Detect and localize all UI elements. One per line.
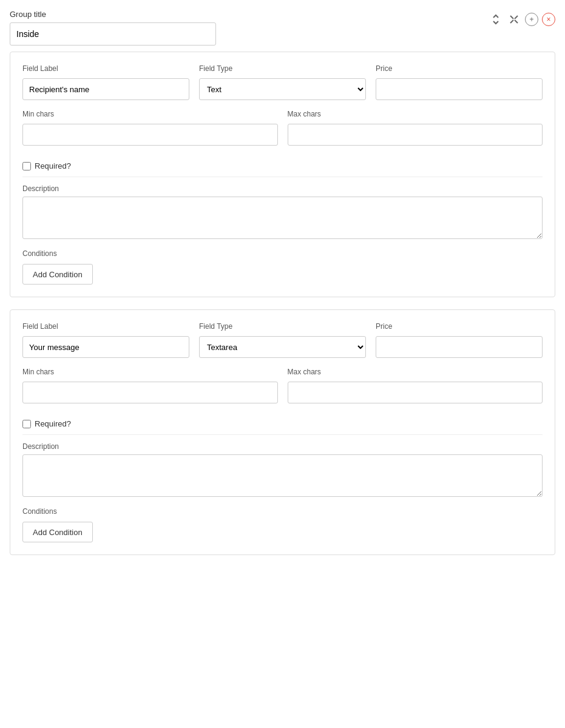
field-card-2: Field Label Field Type Text Textarea Sel…	[10, 309, 555, 555]
close-icon: ×	[546, 15, 550, 24]
collapse-icon	[509, 14, 519, 25]
field1-label-header: Field Label	[22, 64, 189, 73]
field2-min-input[interactable]	[22, 382, 278, 403]
group-title-label: Group title	[10, 10, 216, 19]
field2-top-row: Field Label Field Type Text Textarea Sel…	[22, 322, 543, 358]
field-card-1: Field Label Field Type Text Textarea Sel…	[10, 52, 555, 297]
add-group-button[interactable]: +	[525, 13, 538, 26]
field2-description-section: Description	[22, 442, 543, 499]
add-icon: +	[529, 15, 533, 24]
field1-price-input[interactable]	[376, 78, 543, 100]
svg-line-3	[515, 20, 518, 23]
field2-max-col: Max chars	[288, 368, 543, 403]
field2-required-label[interactable]: Required?	[35, 419, 71, 428]
field2-price-input[interactable]	[376, 336, 543, 358]
field1-max-col: Max chars	[288, 110, 543, 146]
field2-price-header: Price	[376, 322, 543, 331]
field2-max-input[interactable]	[288, 382, 543, 403]
sort-button[interactable]	[489, 12, 503, 27]
field2-label-input[interactable]	[22, 336, 189, 358]
field2-type-select[interactable]: Text Textarea Select Checkbox Radio Numb…	[199, 336, 366, 358]
field1-description-textarea[interactable]	[22, 197, 543, 239]
field2-conditions-label: Conditions	[22, 507, 543, 516]
delete-group-button[interactable]: ×	[542, 13, 555, 26]
field1-conditions-section: Conditions Add Condition	[22, 249, 543, 285]
field1-min-col: Min chars	[22, 110, 278, 146]
field1-type-header: Field Type	[199, 64, 366, 73]
field1-conditions-label: Conditions	[22, 249, 543, 258]
header-row: Group title + ×	[10, 10, 555, 46]
field2-required-row: Required?	[22, 413, 543, 435]
field2-required-checkbox[interactable]	[22, 420, 31, 428]
field2-type-col: Field Type Text Textarea Select Checkbox…	[199, 322, 366, 358]
field1-min-label: Min chars	[22, 110, 278, 118]
field1-price-col: Price	[376, 64, 543, 100]
field2-label-header: Field Label	[22, 322, 189, 331]
collapse-button[interactable]	[507, 12, 521, 27]
field2-conditions-section: Conditions Add Condition	[22, 507, 543, 542]
field2-description-textarea[interactable]	[22, 454, 543, 497]
field2-description-label: Description	[22, 442, 543, 451]
field1-min-input[interactable]	[22, 124, 278, 146]
field1-type-col: Field Type Text Textarea Select Checkbox…	[199, 64, 366, 100]
field2-minmax-row: Min chars Max chars	[22, 368, 543, 403]
svg-line-0	[510, 16, 513, 19]
field1-description-section: Description	[22, 184, 543, 241]
field1-top-row: Field Label Field Type Text Textarea Sel…	[22, 64, 543, 100]
field2-min-col: Min chars	[22, 368, 278, 403]
field2-type-header: Field Type	[199, 322, 366, 331]
field2-max-label: Max chars	[288, 368, 543, 376]
field1-required-checkbox[interactable]	[22, 162, 31, 170]
group-title-section: Group title	[10, 10, 216, 46]
field1-required-label[interactable]: Required?	[35, 161, 71, 170]
field1-required-row: Required?	[22, 155, 543, 177]
svg-line-2	[510, 20, 513, 23]
svg-line-1	[515, 16, 518, 19]
field1-label-input[interactable]	[22, 78, 189, 100]
field1-minmax-row: Min chars Max chars	[22, 110, 543, 146]
field2-label-col: Field Label	[22, 322, 189, 358]
field1-add-condition-button[interactable]: Add Condition	[22, 264, 93, 285]
field1-max-input[interactable]	[288, 124, 543, 146]
field2-add-condition-button[interactable]: Add Condition	[22, 522, 93, 542]
field2-price-col: Price	[376, 322, 543, 358]
field1-price-header: Price	[376, 64, 543, 73]
field2-min-label: Min chars	[22, 368, 278, 376]
field1-description-label: Description	[22, 184, 543, 193]
field1-label-col: Field Label	[22, 64, 189, 100]
group-title-input[interactable]	[10, 22, 216, 46]
page-container: Group title + ×	[10, 10, 555, 555]
header-actions: + ×	[489, 10, 555, 27]
sort-icon	[490, 14, 501, 25]
field1-type-select[interactable]: Text Textarea Select Checkbox Radio Numb…	[199, 78, 366, 100]
field1-max-label: Max chars	[288, 110, 543, 118]
